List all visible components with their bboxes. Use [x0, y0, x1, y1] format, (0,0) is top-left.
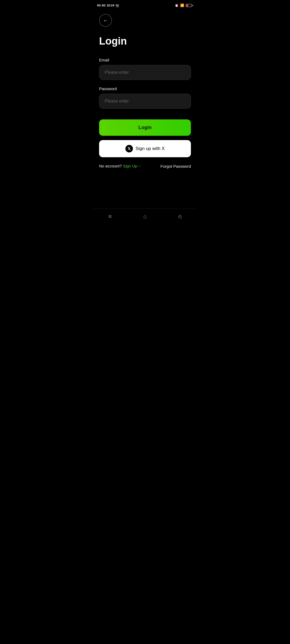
forgot-password-link[interactable]: Forgot Password — [161, 164, 191, 169]
battery-icon — [186, 4, 193, 7]
email-label: Email — [99, 58, 191, 62]
x-logo-icon: 𝕏 — [125, 145, 133, 152]
signup-link[interactable]: Sign Up→ — [123, 164, 141, 168]
status-bar: 4G 5G 10:24 📷 ⏰ 📶 — [93, 0, 197, 10]
home-icon[interactable]: ⌂ — [138, 212, 152, 221]
back-button[interactable]: ← — [99, 14, 112, 27]
wifi-icon: 📶 — [180, 3, 184, 7]
password-label: Password — [99, 86, 191, 91]
signup-x-button[interactable]: 𝕏 Sign up with X — [99, 140, 191, 157]
login-button[interactable]: Login — [99, 119, 191, 136]
email-input[interactable] — [99, 65, 191, 80]
status-left: 4G 5G 10:24 📷 — [97, 4, 119, 7]
back-arrow-icon: ← — [103, 18, 108, 23]
email-form-group: Email — [99, 58, 191, 80]
signup-x-label: Sign up with X — [136, 146, 165, 151]
no-account-text: No account? — [99, 164, 122, 168]
status-right: ⏰ 📶 — [175, 3, 193, 7]
back-nav-icon[interactable]: ⎋ — [173, 212, 187, 221]
menu-icon[interactable]: ≡ — [103, 212, 117, 221]
password-input[interactable] — [99, 94, 191, 109]
alarm-icon: ⏰ — [175, 4, 179, 7]
time-display: 10:24 — [107, 4, 114, 7]
bottom-links: No account? Sign Up→ Forgot Password — [99, 163, 191, 170]
no-account-section: No account? Sign Up→ — [99, 164, 141, 169]
status-icons: 📷 — [115, 4, 119, 7]
password-form-group: Password — [99, 86, 191, 109]
nav-bar: ≡ ⌂ ⎋ — [93, 208, 197, 226]
page-title: Login — [99, 35, 191, 47]
main-content: ← Login Email Password Login 𝕏 Sign up w… — [93, 10, 197, 191]
network-indicator: 4G 5G — [97, 4, 106, 7]
